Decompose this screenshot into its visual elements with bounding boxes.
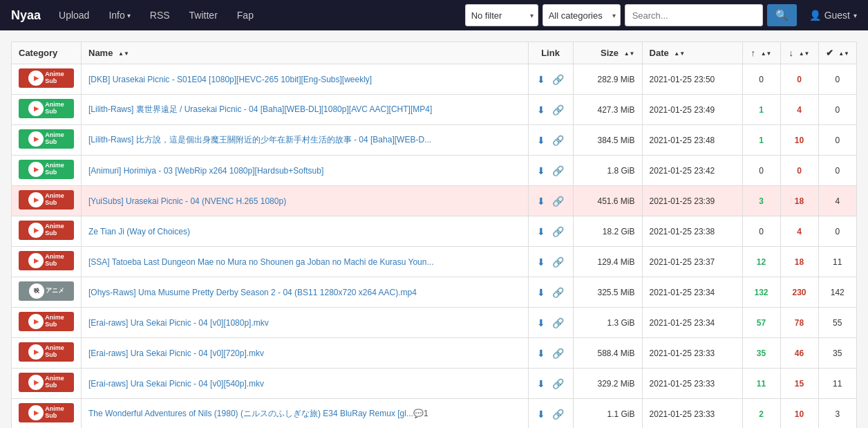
search-area: No filter No remakes Trusted only ▾ All … <box>465 4 797 26</box>
cell-leechers: 0 <box>780 64 818 95</box>
torrent-name-link[interactable]: [Lilith-Raws] 比方說，這是個出身魔王關附近的少年在新手村生活的故事… <box>88 135 431 145</box>
category-badge[interactable]: ▶AnimeSub <box>19 68 74 88</box>
category-badge[interactable]: ▶AnimeSub <box>19 251 74 270</box>
category-badge[interactable]: ▶AnimeSub <box>19 373 74 392</box>
torrent-name-link[interactable]: [Lilith-Raws] 裏世界遠足 / Urasekai Picnic - … <box>88 104 432 114</box>
cell-completed: 0 <box>818 64 856 95</box>
cell-seeders: 3 <box>742 186 780 216</box>
table-body: ▶AnimeSub[DKB] Urasekai Picnic - S01E04 … <box>12 64 857 429</box>
th-seed[interactable]: ↑ ▲▼ <box>742 42 780 64</box>
download-link[interactable]: ⬇ <box>537 317 545 328</box>
cell-completed: 0 <box>818 216 856 247</box>
magnet-link[interactable]: 🔗 <box>552 409 564 420</box>
table-row: ▶AnimeSub[Lilith-Raws] 比方說，這是個出身魔王關附近的少年… <box>12 125 857 156</box>
torrent-name-link[interactable]: [Erai-raws] Ura Sekai Picnic - 04 [v0][5… <box>88 379 264 389</box>
table-row: ▶AnimeSubThe Wonderful Adventures of Nil… <box>12 399 857 429</box>
nav-info-dropdown[interactable]: Info ▾ <box>102 6 137 25</box>
torrent-name-link[interactable]: [Erai-raws] Ura Sekai Picnic - 04 [v0][7… <box>88 348 264 358</box>
nav-fap[interactable]: Fap <box>230 6 261 25</box>
category-badge[interactable]: ▶AnimeSub <box>19 99 74 118</box>
category-select[interactable]: All categories Anime Audio Literature Li… <box>542 4 621 26</box>
cell-leechers: 78 <box>780 308 818 338</box>
search-button[interactable]: 🔍 <box>767 4 797 26</box>
cell-links: ⬇ 🔗 <box>528 125 573 156</box>
brand-logo[interactable]: Nyaa <box>11 8 41 23</box>
cell-name: [Erai-raws] Ura Sekai Picnic - 04 [v0][5… <box>82 369 529 399</box>
category-badge[interactable]: ▶AnimeSub <box>19 403 74 422</box>
cell-category: ▶AnimeSub <box>12 247 82 277</box>
category-badge[interactable]: ▶AnimeSub <box>19 312 74 331</box>
comment-badge: 💬1 <box>413 409 428 418</box>
magnet-link[interactable]: 🔗 <box>552 378 564 389</box>
magnet-link[interactable]: 🔗 <box>552 196 564 207</box>
cell-completed: 0 <box>818 95 856 125</box>
magnet-link[interactable]: 🔗 <box>552 104 564 115</box>
category-badge[interactable]: 映アニメ <box>19 281 74 301</box>
category-badge[interactable]: ▶AnimeSub <box>19 160 74 179</box>
cell-name: [Erai-raws] Ura Sekai Picnic - 04 [v0][7… <box>82 338 529 369</box>
torrent-name-link[interactable]: [Erai-raws] Ura Sekai Picnic - 04 [v0][1… <box>88 318 269 328</box>
nav-rss[interactable]: RSS <box>143 6 177 25</box>
download-link[interactable]: ⬇ <box>537 196 545 207</box>
th-completed[interactable]: ✔ ▲▼ <box>818 42 856 64</box>
magnet-link[interactable]: 🔗 <box>552 226 564 237</box>
magnet-link[interactable]: 🔗 <box>552 135 564 146</box>
torrent-name-link[interactable]: [SSA] Tatoeba Last Dungeon Mae no Mura n… <box>88 257 433 267</box>
download-link[interactable]: ⬇ <box>537 287 545 298</box>
download-link[interactable]: ⬇ <box>537 348 545 359</box>
cell-completed: 11 <box>818 369 856 399</box>
torrent-name-link[interactable]: The Wonderful Adventures of Nils (1980) … <box>88 409 413 418</box>
cell-category: ▶AnimeSub <box>12 125 82 156</box>
magnet-link[interactable]: 🔗 <box>552 165 564 176</box>
cell-leechers: 4 <box>780 216 818 247</box>
leech-sort-icon: ▲▼ <box>799 51 810 57</box>
download-link[interactable]: ⬇ <box>537 165 545 176</box>
badge-logo-icon: ▶ <box>28 71 44 86</box>
cell-date: 2021-01-25 23:49 <box>642 95 742 125</box>
cell-name: [Lilith-Raws] 裏世界遠足 / Urasekai Picnic - … <box>82 95 529 125</box>
download-link[interactable]: ⬇ <box>537 74 545 85</box>
category-badge[interactable]: ▶AnimeSub <box>19 221 74 240</box>
category-badge[interactable]: ▶AnimeSub <box>19 129 74 149</box>
download-link[interactable]: ⬇ <box>537 378 545 389</box>
cell-size: 325.5 MiB <box>573 277 642 308</box>
cell-size: 329.2 MiB <box>573 369 642 399</box>
nav-twitter[interactable]: Twitter <box>182 6 225 25</box>
magnet-link[interactable]: 🔗 <box>552 348 564 359</box>
nav-upload[interactable]: Upload <box>52 6 96 25</box>
th-size[interactable]: Size ▲▼ <box>573 42 642 64</box>
badge-logo-icon: ▶ <box>28 101 44 116</box>
torrent-name-link[interactable]: [Ohys-Raws] Uma Musume Pretty Derby Seas… <box>88 288 417 297</box>
filter-select-wrap[interactable]: No filter No remakes Trusted only ▾ <box>465 4 538 26</box>
download-link[interactable]: ⬇ <box>537 104 545 115</box>
torrent-name-link[interactable]: [YuiSubs] Urasekai Picnic - 04 (NVENC H.… <box>88 196 286 206</box>
cell-leechers: 15 <box>780 369 818 399</box>
cell-name: [Ohys-Raws] Uma Musume Pretty Derby Seas… <box>82 277 529 308</box>
guest-dropdown[interactable]: 👤 Guest ▾ <box>809 10 857 21</box>
cell-seeders: 11 <box>742 369 780 399</box>
category-select-wrap[interactable]: All categories Anime Audio Literature Li… <box>542 4 621 26</box>
magnet-link[interactable]: 🔗 <box>552 317 564 328</box>
cell-category: ▶AnimeSub <box>12 338 82 369</box>
search-input[interactable] <box>625 4 763 26</box>
filter-select[interactable]: No filter No remakes Trusted only <box>465 4 538 26</box>
badge-logo-icon: ▶ <box>28 162 44 177</box>
th-leech[interactable]: ↓ ▲▼ <box>780 42 818 64</box>
th-date[interactable]: Date ▲▼ <box>642 42 742 64</box>
download-link[interactable]: ⬇ <box>537 257 545 268</box>
download-link[interactable]: ⬇ <box>537 135 545 146</box>
cell-leechers: 18 <box>780 247 818 277</box>
cell-date: 2021-01-25 23:42 <box>642 156 742 186</box>
category-badge[interactable]: ▶AnimeSub <box>19 342 74 362</box>
magnet-link[interactable]: 🔗 <box>552 257 564 268</box>
torrent-name-link[interactable]: [DKB] Urasekai Picnic - S01E04 [1080p][H… <box>88 75 372 84</box>
magnet-link[interactable]: 🔗 <box>552 74 564 85</box>
cell-date: 2021-01-25 23:34 <box>642 277 742 308</box>
torrent-name-link[interactable]: [Animuri] Horimiya - 03 [WebRip x264 108… <box>88 166 323 176</box>
magnet-link[interactable]: 🔗 <box>552 287 564 298</box>
torrent-name-link[interactable]: Ze Tian Ji (Way of Choices) <box>88 227 190 236</box>
download-link[interactable]: ⬇ <box>537 409 545 420</box>
download-link[interactable]: ⬇ <box>537 226 545 237</box>
th-name[interactable]: Name ▲▼ <box>82 42 529 64</box>
category-badge[interactable]: ▶AnimeSub <box>19 190 74 210</box>
